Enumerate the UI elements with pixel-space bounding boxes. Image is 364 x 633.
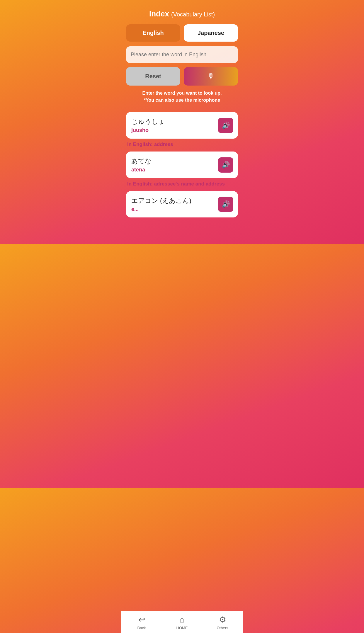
vocab-japanese-2: あてな <box>131 157 215 166</box>
reset-button[interactable]: Reset <box>126 67 180 86</box>
vocab-japanese: じゅうしょ <box>131 117 215 126</box>
japanese-tab[interactable]: Japanese <box>184 24 238 42</box>
vocab-text-block-3: エアコン (えあこん) e... <box>131 196 215 212</box>
english-translation-2: In English: adressee's name and address <box>126 181 238 187</box>
vocab-text-block: じゅうしょ juusho <box>131 117 215 133</box>
page-title: Index (Vocabulary List) <box>126 9 238 18</box>
lang-toggle: English Japanese <box>126 24 238 42</box>
mic-button[interactable]: 🎙 <box>184 67 238 86</box>
mic-icon: 🎙 <box>207 72 215 81</box>
vocab-romaji-2: atena <box>131 167 215 173</box>
speaker-icon-2: 🔊 <box>222 161 230 169</box>
speaker-icon-3: 🔊 <box>222 200 230 208</box>
vocab-japanese-3: エアコン (えあこん) <box>131 196 215 205</box>
vocab-card: じゅうしょ juusho 🔊 <box>126 112 238 139</box>
vocab-card-2: あてな atena 🔊 <box>126 152 238 178</box>
vocab-romaji: juusho <box>131 127 215 133</box>
sound-button-3[interactable]: 🔊 <box>218 197 233 212</box>
sound-button-1[interactable]: 🔊 <box>218 118 233 133</box>
english-translation-1: In English: address <box>126 142 238 147</box>
sound-button-2[interactable]: 🔊 <box>218 157 233 173</box>
vocab-card-3: エアコン (えあこん) e... 🔊 <box>126 191 238 217</box>
vocab-romaji-3: e... <box>131 206 215 212</box>
speaker-icon: 🔊 <box>222 122 230 129</box>
vocab-text-block-2: あてな atena <box>131 157 215 173</box>
english-tab[interactable]: English <box>126 24 180 42</box>
search-input[interactable] <box>126 46 238 63</box>
hint-text: Enter the word you want to look up. *You… <box>126 90 238 104</box>
action-row: Reset 🎙 <box>126 67 238 86</box>
